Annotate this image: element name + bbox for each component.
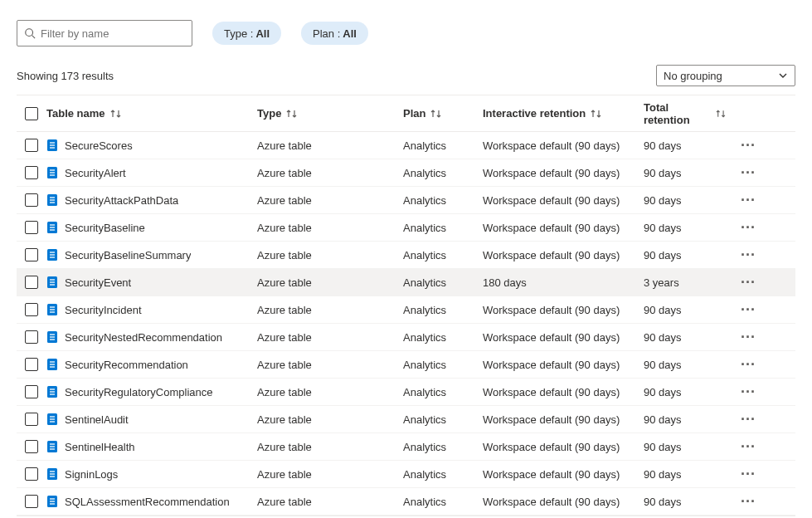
- grouping-dropdown[interactable]: No grouping: [656, 65, 795, 86]
- name-cell[interactable]: SecurityRegulatoryCompliance: [46, 385, 257, 398]
- more-icon: ···: [741, 164, 756, 182]
- name-cell[interactable]: SecurityNestedRecommendation: [46, 330, 257, 344]
- row-total: 90 days: [644, 441, 727, 453]
- row-checkbox[interactable]: [25, 467, 38, 481]
- more-icon: ···: [741, 192, 756, 209]
- row-actions-menu[interactable]: ···: [727, 466, 770, 483]
- col-label-total: Total retention: [644, 101, 711, 126]
- name-cell[interactable]: SecurityEvent: [46, 276, 257, 289]
- row-plan: Analytics: [403, 139, 483, 152]
- row-interactive: Workspace default (90 days): [483, 222, 644, 234]
- row-total: 90 days: [644, 331, 727, 344]
- more-icon: ···: [741, 137, 756, 154]
- table-row[interactable]: SecurityBaselineSummaryAzure tableAnalyt…: [17, 242, 795, 269]
- col-header-type[interactable]: Type: [257, 107, 403, 120]
- row-plan: Analytics: [403, 304, 483, 316]
- row-actions-menu[interactable]: ···: [727, 411, 770, 428]
- row-interactive: Workspace default (90 days): [483, 194, 644, 207]
- row-actions-menu[interactable]: ···: [727, 356, 770, 374]
- table-row[interactable]: SecurityNestedRecommendationAzure tableA…: [17, 324, 795, 351]
- row-total: 90 days: [644, 386, 727, 398]
- filter-input-wrap[interactable]: [17, 20, 192, 46]
- row-actions-menu[interactable]: ···: [727, 329, 770, 346]
- plan-pill-prefix: Plan :: [313, 27, 340, 40]
- name-cell[interactable]: SentinelHealth: [46, 440, 257, 453]
- table-row[interactable]: SigninLogsAzure tableAnalyticsWorkspace …: [17, 461, 795, 488]
- sort-icon: [716, 109, 727, 119]
- row-checkbox[interactable]: [25, 139, 38, 152]
- type-filter-pill[interactable]: Type : All: [212, 22, 281, 45]
- table-icon: [46, 248, 58, 261]
- col-header-plan[interactable]: Plan: [403, 107, 483, 120]
- row-actions-menu[interactable]: ···: [727, 493, 770, 511]
- name-cell[interactable]: SentinelAudit: [46, 413, 257, 426]
- row-checkbox[interactable]: [25, 221, 38, 234]
- more-icon: ···: [741, 247, 756, 264]
- name-cell[interactable]: SigninLogs: [46, 467, 257, 481]
- name-cell[interactable]: SecureScores: [46, 139, 257, 152]
- table-row[interactable]: SecurityAlertAzure tableAnalyticsWorkspa…: [17, 159, 795, 187]
- row-total: 90 days: [644, 304, 727, 316]
- name-cell[interactable]: SecurityIncident: [46, 303, 257, 316]
- col-label-name: Table name: [46, 107, 105, 120]
- row-actions-menu[interactable]: ···: [727, 164, 770, 182]
- row-actions-menu[interactable]: ···: [727, 137, 770, 154]
- row-actions-menu[interactable]: ···: [727, 384, 770, 401]
- col-header-total[interactable]: Total retention: [644, 101, 727, 126]
- row-plan: Analytics: [403, 468, 483, 481]
- row-checkbox[interactable]: [25, 330, 38, 344]
- table-row[interactable]: SecurityEventAzure tableAnalytics180 day…: [17, 269, 795, 296]
- row-checkbox[interactable]: [25, 276, 38, 289]
- table-row[interactable]: SecurityBaselineAzure tableAnalyticsWork…: [17, 214, 795, 242]
- row-checkbox[interactable]: [25, 303, 38, 316]
- row-actions-menu[interactable]: ···: [727, 219, 770, 237]
- row-checkbox[interactable]: [25, 413, 38, 426]
- row-checkbox[interactable]: [25, 385, 38, 398]
- row-plan: Analytics: [403, 441, 483, 453]
- row-type: Azure table: [257, 222, 403, 234]
- row-type: Azure table: [257, 496, 403, 508]
- name-cell[interactable]: SQLAssessmentRecommendation: [46, 495, 257, 508]
- table-row[interactable]: SecureScoresAzure tableAnalyticsWorkspac…: [17, 132, 795, 159]
- table-row[interactable]: SQLAssessmentRecommendationAzure tableAn…: [17, 488, 795, 516]
- name-cell[interactable]: SecurityRecommendation: [46, 358, 257, 371]
- name-cell[interactable]: SecurityAlert: [46, 166, 257, 179]
- row-interactive: Workspace default (90 days): [483, 331, 644, 344]
- col-header-name[interactable]: Table name: [46, 107, 257, 120]
- select-all-checkbox[interactable]: [25, 107, 38, 120]
- table-icon: [46, 166, 58, 179]
- row-checkbox[interactable]: [25, 495, 38, 508]
- row-checkbox[interactable]: [25, 358, 38, 371]
- table-icon: [46, 440, 58, 453]
- row-type: Azure table: [257, 468, 403, 481]
- table-row[interactable]: SentinelHealthAzure tableAnalyticsWorksp…: [17, 433, 795, 461]
- row-checkbox[interactable]: [25, 248, 38, 261]
- table-row[interactable]: SentinelAuditAzure tableAnalyticsWorkspa…: [17, 406, 795, 433]
- table-icon: [46, 467, 58, 481]
- results-count: Showing 173 results: [17, 70, 114, 82]
- table-body[interactable]: SecureScoresAzure tableAnalyticsWorkspac…: [17, 132, 795, 516]
- row-actions-menu[interactable]: ···: [727, 274, 770, 291]
- table-icon: [46, 276, 58, 289]
- row-checkbox[interactable]: [25, 440, 38, 453]
- filter-input[interactable]: [41, 27, 185, 40]
- row-actions-menu[interactable]: ···: [727, 247, 770, 264]
- row-interactive: Workspace default (90 days): [483, 304, 644, 316]
- table-row[interactable]: SecurityRecommendationAzure tableAnalyti…: [17, 351, 795, 379]
- table-row[interactable]: SecurityRegulatoryComplianceAzure tableA…: [17, 379, 795, 406]
- name-cell[interactable]: SecurityBaseline: [46, 221, 257, 234]
- row-actions-menu[interactable]: ···: [727, 301, 770, 319]
- row-interactive: Workspace default (90 days): [483, 496, 644, 508]
- row-actions-menu[interactable]: ···: [727, 192, 770, 209]
- table-row[interactable]: SecurityIncidentAzure tableAnalyticsWork…: [17, 296, 795, 324]
- row-actions-menu[interactable]: ···: [727, 438, 770, 456]
- row-checkbox[interactable]: [25, 193, 38, 207]
- table-row[interactable]: SecurityAttackPathDataAzure tableAnalyti…: [17, 187, 795, 214]
- name-cell[interactable]: SecurityAttackPathData: [46, 193, 257, 207]
- row-checkbox[interactable]: [25, 166, 38, 179]
- name-cell[interactable]: SecurityBaselineSummary: [46, 248, 257, 261]
- col-header-interactive[interactable]: Interactive retention: [483, 107, 644, 120]
- plan-filter-pill[interactable]: Plan : All: [301, 22, 368, 45]
- table-icon: [46, 221, 58, 234]
- row-type: Azure table: [257, 194, 403, 207]
